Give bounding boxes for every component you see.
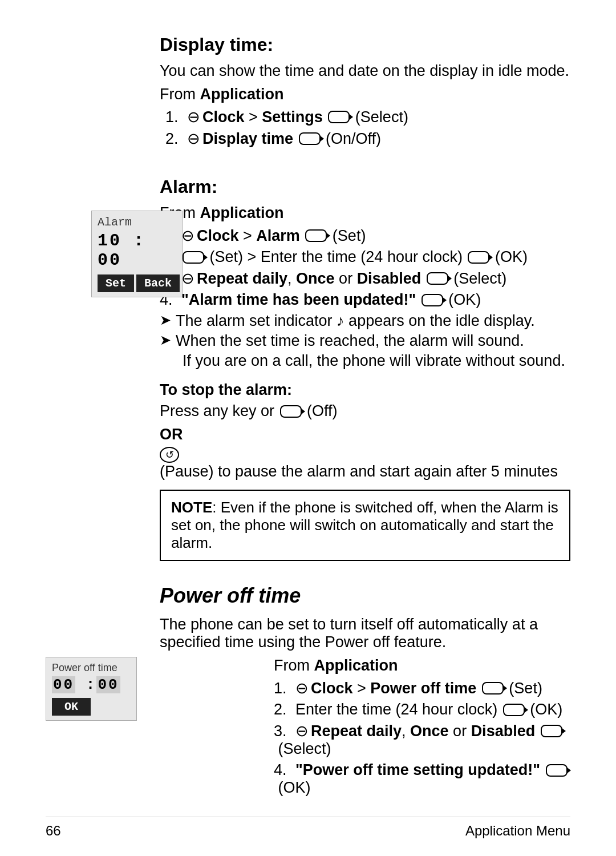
note-label: NOTE: Even if the phone is switched off,… [171,499,558,551]
page-number: 66 [46,823,61,839]
step-text: "Alarm time has been updated!" [181,291,420,309]
step-action: (OK) [444,291,481,309]
alarm-step-4: 4. "Alarm time has been updated!" (OK) [160,291,570,309]
alarm-mockup-time: 10 : 00 [98,231,176,270]
alarm-mockup: Alarm 10 : 00 Set Back [91,211,183,297]
arrow-icon: ➤ [160,332,171,348]
step-2-text: Display time [202,130,298,148]
alarm-arrow-1: ➤ The alarm set indicator ♪ appears on t… [46,312,570,330]
pause-icon: ↺ [160,447,179,463]
app-icon: ⊖ [295,722,309,740]
step-action: (OK) [274,779,311,797]
step-action: (Select) [274,740,331,758]
poweroff-mockup-time: 00 :00 [52,676,131,693]
step-action: (Set) [505,680,542,697]
or-label: OR [46,426,570,443]
softkey-icon-1 [328,111,350,123]
stop-alarm-action: (Off) [303,402,338,420]
alarm-mockup-label: Alarm [98,216,176,229]
display-time-step-2: 2. ⊖ Display time (On/Off) [165,130,570,148]
softkey-icon [503,704,525,716]
softkey-icon [427,272,448,285]
display-time-application-label: Application [200,86,284,103]
page-footer: 66 Application Menu [46,817,570,839]
step-text: (Set) > Enter the time (24 hour clock) [205,248,467,266]
display-time-section: Display time: You can show the time and … [46,34,570,148]
softkey-icon [183,251,204,264]
poweroff-step-2: 2. Enter the time (24 hour clock) (OK) [274,701,570,718]
step-1-text: Clock > Settings [202,108,327,126]
softkey-icon [305,229,327,242]
display-time-title: Display time: [160,34,570,55]
poweroff-step-4: 4. "Power off time setting updated!" (OK… [274,761,570,797]
alarm-arrow-sub: If you are on a call, the phone will vib… [46,352,570,370]
alarm-application-label: Application [200,204,284,221]
step-text: Enter the time (24 hour clock) [295,701,502,718]
step-num: 4. [274,761,291,779]
step-num: 2. [274,701,291,718]
softkey-icon [482,682,504,695]
arrow-text: The alarm set indicator ♪ appears on the… [176,312,535,330]
poweroff-ok-button[interactable]: OK [52,698,91,716]
power-off-time-section: Power off time The phone can be set to t… [46,584,570,797]
alarm-section: Alarm: Alarm 10 : 00 Set Back From Appli… [46,176,570,561]
stop-alarm-desc: Press any key or (Off) [160,402,570,420]
power-off-from: From Application [160,657,570,675]
power-off-steps: 1. ⊖ Clock > Power off time (Set) 2. Ent… [160,679,570,797]
poweroff-application-label: Application [314,657,398,674]
step-action: (OK) [526,701,563,718]
alarm-step-3: 3. ⊖ Repeat daily, Once or Disabled (Sel… [160,269,570,288]
poweroff-step-1: 1. ⊖ Clock > Power off time (Set) [274,679,570,697]
arrow-text: When the set time is reached, the alarm … [176,332,524,350]
stop-alarm-section: To stop the alarm: Press any key or (Off… [46,381,570,420]
softkey-icon [280,405,302,418]
display-time-step-1: 1. ⊖ Clock > Settings (Select) [165,108,570,126]
power-off-area: Power off time 00 :00 OK From Applicatio… [46,657,570,797]
app-icon: ⊖ [181,269,194,288]
softkey-icon-2 [299,132,321,145]
step-num: 1. [274,680,291,697]
softkey-icon [546,764,568,777]
step-action: (OK) [491,248,528,266]
power-off-desc: The phone can be set to turn itself off … [46,616,570,651]
arrow-icon: ➤ [160,312,171,328]
app-icon: ⊖ [181,227,194,245]
page-content: Display time: You can show the time and … [0,0,616,854]
alarm-title: Alarm: [46,176,570,197]
display-time-steps: 1. ⊖ Clock > Settings (Select) 2. ⊖ Disp… [160,108,570,148]
step-num: 3. [274,722,291,740]
stop-alarm-text: Press any key or [160,402,279,420]
alarm-note-box: NOTE: Even if the phone is switched off,… [160,490,570,561]
stop-alarm-title: To stop the alarm: [160,381,570,399]
softkey-icon [468,251,489,264]
power-off-mockup: Power off time 00 :00 OK [46,657,137,721]
poweroff-mockup-buttons: OK [52,698,131,716]
app-icon-2: ⊖ [187,130,200,148]
pause-text: ↺ (Pause) to pause the alarm and start a… [46,447,570,481]
step-text: Clock > Alarm [197,227,304,245]
poweroff-step-3: 3. ⊖ Repeat daily, Once or Disabled (Sel… [274,722,570,758]
pause-desc: (Pause) to pause the alarm and start aga… [160,463,558,481]
app-icon: ⊖ [295,679,309,697]
step-1-action: (Select) [351,108,408,126]
step-action: (Select) [449,270,507,288]
display-time-from: From Application [160,86,570,103]
section-label: Application Menu [465,823,570,839]
step-text: Repeat daily, Once or Disabled [311,722,540,740]
app-icon-1: ⊖ [187,108,200,126]
step-num: 1. [165,108,183,126]
softkey-icon [541,725,562,737]
step-text: Clock > Power off time [311,680,481,697]
alarm-step-2: 2. (Set) > Enter the time (24 hour clock… [160,248,570,266]
step-action: (Set) [328,227,366,245]
alarm-arrow-2: ➤ When the set time is reached, the alar… [46,332,570,350]
alarm-mockup-buttons: Set Back [98,274,176,292]
power-off-title: Power off time [46,584,570,608]
alarm-set-button[interactable]: Set [98,274,134,292]
display-time-desc: You can show the time and date on the di… [160,62,570,80]
softkey-icon [422,294,443,306]
alarm-back-button[interactable]: Back [136,274,180,292]
step-text: Repeat daily, Once or Disabled [197,270,425,288]
alarm-step-1: 1. ⊖ Clock > Alarm (Set) [160,227,570,245]
step-text: "Power off time setting updated!" [295,761,545,779]
